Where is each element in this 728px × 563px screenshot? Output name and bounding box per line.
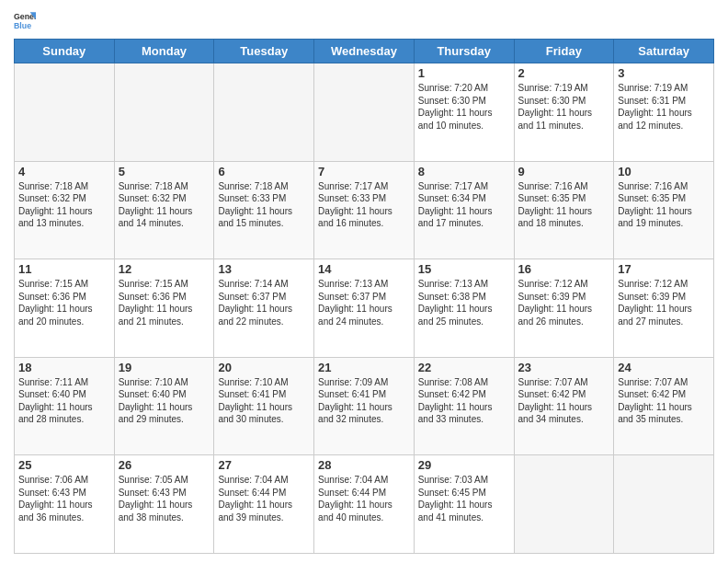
calendar-cell: 28Sunrise: 7:04 AM Sunset: 6:44 PM Dayli…	[314, 455, 415, 554]
calendar-cell: 10Sunrise: 7:16 AM Sunset: 6:35 PM Dayli…	[614, 161, 714, 259]
day-info: Sunrise: 7:20 AM Sunset: 6:30 PM Dayligh…	[418, 82, 510, 132]
day-info: Sunrise: 7:19 AM Sunset: 6:30 PM Dayligh…	[518, 82, 610, 132]
day-number: 25	[18, 458, 110, 472]
calendar-cell: 27Sunrise: 7:04 AM Sunset: 6:44 PM Dayli…	[214, 455, 314, 554]
weekday-header-row: SundayMondayTuesdayWednesdayThursdayFrid…	[15, 40, 714, 63]
calendar-cell: 26Sunrise: 7:05 AM Sunset: 6:43 PM Dayli…	[114, 455, 214, 554]
day-number: 27	[218, 458, 310, 472]
day-number: 7	[318, 165, 410, 178]
page: General Blue SundayMondayTuesdayWednesda…	[0, 0, 728, 563]
calendar-cell: 11Sunrise: 7:15 AM Sunset: 6:36 PM Dayli…	[15, 259, 115, 358]
calendar-cell: 23Sunrise: 7:07 AM Sunset: 6:42 PM Dayli…	[514, 357, 614, 455]
day-info: Sunrise: 7:17 AM Sunset: 6:33 PM Dayligh…	[318, 180, 410, 230]
calendar-week-row: 18Sunrise: 7:11 AM Sunset: 6:40 PM Dayli…	[15, 357, 714, 455]
day-number: 26	[119, 458, 210, 472]
calendar-week-row: 25Sunrise: 7:06 AM Sunset: 6:43 PM Dayli…	[15, 455, 714, 554]
calendar-cell: 9Sunrise: 7:16 AM Sunset: 6:35 PM Daylig…	[514, 161, 614, 259]
day-info: Sunrise: 7:18 AM Sunset: 6:32 PM Dayligh…	[119, 180, 210, 230]
day-number: 12	[119, 262, 210, 276]
day-number: 23	[518, 361, 610, 374]
day-info: Sunrise: 7:15 AM Sunset: 6:36 PM Dayligh…	[18, 278, 110, 327]
day-info: Sunrise: 7:10 AM Sunset: 6:41 PM Dayligh…	[218, 376, 310, 426]
day-info: Sunrise: 7:11 AM Sunset: 6:40 PM Dayligh…	[18, 376, 110, 426]
day-number: 6	[218, 165, 310, 178]
day-number: 17	[618, 262, 710, 276]
day-number: 15	[418, 262, 510, 276]
weekday-header-wednesday: Wednesday	[314, 40, 415, 63]
day-info: Sunrise: 7:13 AM Sunset: 6:37 PM Dayligh…	[318, 278, 410, 327]
calendar-cell: 2Sunrise: 7:19 AM Sunset: 6:30 PM Daylig…	[514, 63, 614, 162]
day-number: 13	[218, 262, 310, 276]
calendar-cell: 16Sunrise: 7:12 AM Sunset: 6:39 PM Dayli…	[514, 259, 614, 358]
day-info: Sunrise: 7:17 AM Sunset: 6:34 PM Dayligh…	[418, 180, 510, 230]
calendar-cell: 18Sunrise: 7:11 AM Sunset: 6:40 PM Dayli…	[15, 357, 115, 455]
day-info: Sunrise: 7:06 AM Sunset: 6:43 PM Dayligh…	[18, 474, 110, 523]
calendar-cell: 15Sunrise: 7:13 AM Sunset: 6:38 PM Dayli…	[414, 259, 514, 358]
calendar-cell: 22Sunrise: 7:08 AM Sunset: 6:42 PM Dayli…	[414, 357, 514, 455]
calendar-cell: 5Sunrise: 7:18 AM Sunset: 6:32 PM Daylig…	[114, 161, 214, 259]
calendar-cell	[614, 455, 714, 554]
day-info: Sunrise: 7:03 AM Sunset: 6:45 PM Dayligh…	[418, 474, 510, 523]
day-info: Sunrise: 7:19 AM Sunset: 6:31 PM Dayligh…	[618, 82, 710, 132]
calendar-cell	[15, 63, 115, 162]
day-info: Sunrise: 7:12 AM Sunset: 6:39 PM Dayligh…	[618, 278, 710, 327]
calendar-cell: 21Sunrise: 7:09 AM Sunset: 6:41 PM Dayli…	[314, 357, 415, 455]
day-info: Sunrise: 7:16 AM Sunset: 6:35 PM Dayligh…	[618, 180, 710, 230]
calendar-cell: 13Sunrise: 7:14 AM Sunset: 6:37 PM Dayli…	[214, 259, 314, 358]
day-info: Sunrise: 7:16 AM Sunset: 6:35 PM Dayligh…	[518, 180, 610, 230]
day-info: Sunrise: 7:15 AM Sunset: 6:36 PM Dayligh…	[119, 278, 210, 327]
day-number: 29	[418, 458, 510, 472]
calendar-week-row: 4Sunrise: 7:18 AM Sunset: 6:32 PM Daylig…	[15, 161, 714, 259]
calendar-cell: 29Sunrise: 7:03 AM Sunset: 6:45 PM Dayli…	[414, 455, 514, 554]
calendar-cell: 8Sunrise: 7:17 AM Sunset: 6:34 PM Daylig…	[414, 161, 514, 259]
calendar-week-row: 1Sunrise: 7:20 AM Sunset: 6:30 PM Daylig…	[15, 63, 714, 162]
calendar-cell: 7Sunrise: 7:17 AM Sunset: 6:33 PM Daylig…	[314, 161, 415, 259]
day-number: 10	[618, 165, 710, 178]
weekday-header-thursday: Thursday	[414, 40, 514, 63]
day-number: 22	[418, 361, 510, 374]
day-number: 24	[618, 361, 710, 374]
day-number: 20	[218, 361, 310, 374]
weekday-header-tuesday: Tuesday	[214, 40, 314, 63]
day-info: Sunrise: 7:14 AM Sunset: 6:37 PM Dayligh…	[218, 278, 310, 327]
calendar-cell	[514, 455, 614, 554]
weekday-header-saturday: Saturday	[614, 40, 714, 63]
day-number: 19	[119, 361, 210, 374]
day-info: Sunrise: 7:13 AM Sunset: 6:38 PM Dayligh…	[418, 278, 510, 327]
calendar-cell: 4Sunrise: 7:18 AM Sunset: 6:32 PM Daylig…	[15, 161, 115, 259]
calendar-cell: 25Sunrise: 7:06 AM Sunset: 6:43 PM Dayli…	[15, 455, 115, 554]
calendar-cell	[214, 63, 314, 162]
calendar-cell: 1Sunrise: 7:20 AM Sunset: 6:30 PM Daylig…	[414, 63, 514, 162]
calendar-cell	[114, 63, 214, 162]
day-info: Sunrise: 7:08 AM Sunset: 6:42 PM Dayligh…	[418, 376, 510, 426]
day-number: 2	[518, 66, 610, 80]
calendar-cell: 24Sunrise: 7:07 AM Sunset: 6:42 PM Dayli…	[614, 357, 714, 455]
logo: General Blue	[14, 9, 40, 31]
calendar-cell: 3Sunrise: 7:19 AM Sunset: 6:31 PM Daylig…	[614, 63, 714, 162]
day-info: Sunrise: 7:05 AM Sunset: 6:43 PM Dayligh…	[119, 474, 210, 523]
day-info: Sunrise: 7:07 AM Sunset: 6:42 PM Dayligh…	[618, 376, 710, 426]
day-number: 14	[318, 262, 410, 276]
day-number: 4	[18, 165, 110, 178]
day-info: Sunrise: 7:18 AM Sunset: 6:32 PM Dayligh…	[18, 180, 110, 230]
calendar-cell: 14Sunrise: 7:13 AM Sunset: 6:37 PM Dayli…	[314, 259, 415, 358]
calendar-cell: 6Sunrise: 7:18 AM Sunset: 6:33 PM Daylig…	[214, 161, 314, 259]
day-number: 3	[618, 66, 710, 80]
weekday-header-monday: Monday	[114, 40, 214, 63]
day-info: Sunrise: 7:09 AM Sunset: 6:41 PM Dayligh…	[318, 376, 410, 426]
day-number: 21	[318, 361, 410, 374]
calendar-cell: 19Sunrise: 7:10 AM Sunset: 6:40 PM Dayli…	[114, 357, 214, 455]
day-info: Sunrise: 7:07 AM Sunset: 6:42 PM Dayligh…	[518, 376, 610, 426]
calendar-table: SundayMondayTuesdayWednesdayThursdayFrid…	[14, 39, 714, 554]
day-number: 16	[518, 262, 610, 276]
day-number: 1	[418, 66, 510, 80]
svg-text:Blue: Blue	[14, 21, 31, 30]
day-number: 18	[18, 361, 110, 374]
calendar-cell: 20Sunrise: 7:10 AM Sunset: 6:41 PM Dayli…	[214, 357, 314, 455]
day-info: Sunrise: 7:04 AM Sunset: 6:44 PM Dayligh…	[218, 474, 310, 523]
calendar-cell	[314, 63, 415, 162]
header: General Blue	[14, 9, 714, 31]
weekday-header-friday: Friday	[514, 40, 614, 63]
day-info: Sunrise: 7:12 AM Sunset: 6:39 PM Dayligh…	[518, 278, 610, 327]
day-number: 9	[518, 165, 610, 178]
